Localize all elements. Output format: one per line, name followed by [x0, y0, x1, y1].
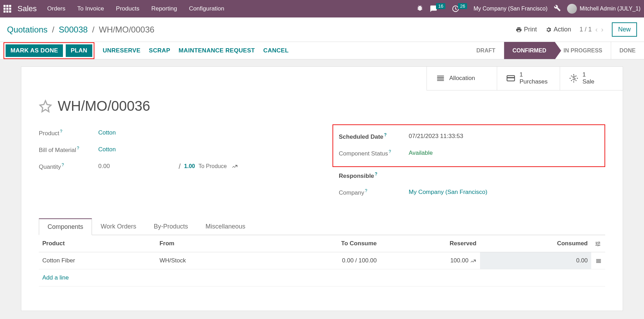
- stat-purchases[interactable]: 1Purchases: [497, 67, 560, 90]
- unreserve-button[interactable]: UNRESERVE: [103, 47, 141, 54]
- th-to-consume[interactable]: To Consume: [255, 235, 380, 252]
- cell-product[interactable]: Cotton Fiber: [39, 252, 156, 269]
- tab-misc[interactable]: Miscellaneous: [197, 218, 254, 235]
- action-button[interactable]: Action: [545, 26, 571, 33]
- messages-badge: 16: [436, 3, 445, 9]
- label-responsible: Responsible: [339, 172, 374, 179]
- label-to-produce: To Produce: [199, 163, 227, 169]
- stat-sale[interactable]: $ 1Sale: [560, 67, 623, 90]
- new-button[interactable]: New: [612, 22, 637, 37]
- maintenance-button[interactable]: MAINTENANCE REQUEST: [179, 47, 255, 54]
- field-bom[interactable]: Cotton: [98, 146, 116, 153]
- breadcrumb: Quotations / S00038 / WH/MO/00036: [7, 25, 155, 35]
- menu-products[interactable]: Products: [116, 5, 139, 12]
- table-row[interactable]: Cotton Fiber WH/Stock 0.00 / 100.00 100.…: [39, 252, 605, 269]
- label-company: Company: [339, 189, 364, 196]
- cell-to-consume[interactable]: 0.00 / 100.00: [255, 252, 380, 269]
- label-component-status: Component Status: [339, 150, 388, 157]
- menu-orders[interactable]: Orders: [47, 5, 65, 12]
- columns-config-icon[interactable]: [595, 240, 601, 247]
- star-icon[interactable]: [39, 100, 52, 113]
- bug-icon[interactable]: [416, 5, 423, 13]
- th-reserved[interactable]: Reserved: [380, 235, 480, 252]
- label-scheduled: Scheduled Date: [339, 133, 384, 140]
- menu-configuration[interactable]: Configuration: [189, 5, 224, 12]
- mark-done-button[interactable]: MARK AS DONE: [6, 44, 63, 57]
- field-scheduled[interactable]: 07/21/2023 11:33:53: [409, 133, 463, 140]
- th-consumed[interactable]: Consumed: [480, 235, 591, 252]
- print-button[interactable]: Print: [516, 26, 537, 33]
- field-product[interactable]: Cotton: [98, 129, 116, 136]
- forecast-icon[interactable]: [232, 163, 238, 170]
- pager-next[interactable]: ›: [601, 26, 603, 34]
- page-title: WH/MO/00036: [58, 98, 150, 114]
- username: Mitchell Admin (JULY_1): [580, 6, 641, 12]
- svg-text:$: $: [572, 75, 576, 82]
- activities-badge: 26: [458, 3, 467, 9]
- avatar-icon: [567, 4, 577, 14]
- messages-icon[interactable]: 16: [430, 5, 445, 13]
- cell-from[interactable]: WH/Stock: [156, 252, 255, 269]
- crumb-current: WH/MO/00036: [99, 25, 155, 34]
- status-done[interactable]: DONE: [611, 42, 644, 59]
- crumb-quotations[interactable]: Quotations: [7, 25, 48, 34]
- svg-rect-2: [507, 77, 515, 78]
- status-confirmed[interactable]: CONFIRMED: [504, 42, 555, 59]
- label-product: Product: [39, 130, 59, 136]
- pager-prev[interactable]: ‹: [595, 26, 598, 34]
- th-product[interactable]: Product: [39, 235, 156, 252]
- user-menu[interactable]: Mitchell Admin (JULY_1): [567, 4, 641, 14]
- apps-icon[interactable]: [3, 5, 11, 13]
- field-company[interactable]: My Company (San Francisco): [409, 189, 487, 196]
- field-quantity[interactable]: 0.00: [98, 163, 175, 170]
- cancel-button[interactable]: CANCEL: [263, 47, 289, 54]
- th-from[interactable]: From: [156, 235, 255, 252]
- status-in-progress[interactable]: IN PROGRESS: [555, 42, 611, 59]
- crumb-order[interactable]: S00038: [59, 25, 88, 34]
- app-brand[interactable]: Sales: [17, 4, 37, 13]
- status-draft[interactable]: DRAFT: [468, 42, 504, 59]
- tab-components[interactable]: Components: [39, 218, 92, 235]
- pager-text: 1 / 1: [580, 26, 592, 33]
- cell-reserved[interactable]: 100.00: [380, 252, 480, 269]
- tab-work-orders[interactable]: Work Orders: [92, 218, 145, 235]
- field-component-status: Available: [409, 150, 433, 157]
- activities-icon[interactable]: 26: [452, 5, 467, 13]
- label-quantity: Quantity: [39, 163, 61, 170]
- stat-allocation[interactable]: Allocation: [427, 67, 497, 90]
- menu-to-invoice[interactable]: To Invoice: [77, 5, 104, 12]
- label-bom: Bill of Material: [39, 146, 76, 153]
- field-qty-total[interactable]: 1.00: [184, 163, 195, 169]
- add-line-row[interactable]: Add a line: [39, 269, 605, 287]
- forecast-icon[interactable]: [470, 258, 477, 264]
- tools-icon[interactable]: [554, 5, 561, 13]
- plan-button[interactable]: PLAN: [66, 44, 92, 57]
- menu-reporting[interactable]: Reporting: [151, 5, 177, 12]
- company-switcher[interactable]: My Company (San Francisco): [473, 6, 548, 12]
- details-icon[interactable]: [595, 257, 602, 264]
- scrap-button[interactable]: SCRAP: [149, 47, 170, 54]
- tab-by-products[interactable]: By-Products: [145, 218, 197, 235]
- cell-consumed[interactable]: 0.00: [480, 252, 591, 269]
